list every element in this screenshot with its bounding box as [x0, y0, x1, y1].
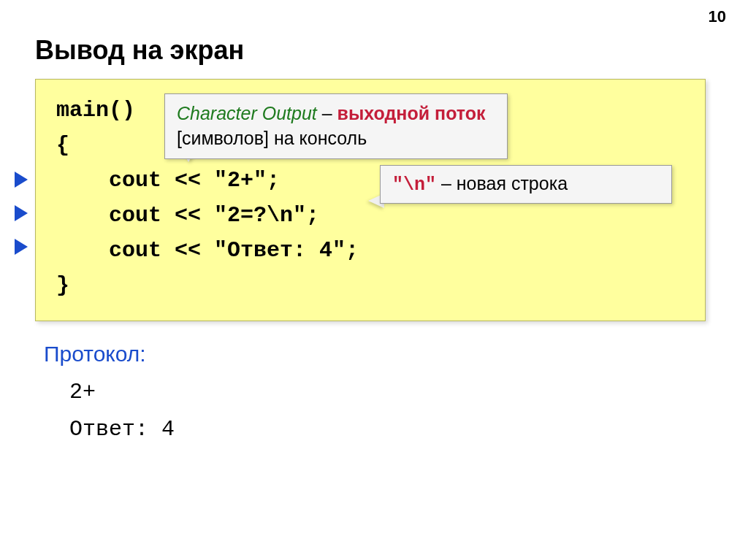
callout1-rest: [символов] на консоль	[177, 128, 367, 148]
code-line-5: cout << "Ответ: 4";	[56, 233, 684, 268]
triangle-right-icon	[15, 172, 28, 188]
callout2-rest: – новая строка	[436, 173, 568, 193]
output-line-2: Ответ: 4	[69, 411, 175, 448]
output-block: 2+ Ответ: 4	[69, 374, 175, 448]
callout-newline: "\n" – новая строка	[380, 165, 672, 204]
callout1-bold: выходной поток	[337, 103, 486, 123]
triangle-right-icon	[15, 205, 28, 221]
page-number: 10	[709, 7, 726, 26]
slide-title: Вывод на экран	[35, 35, 244, 66]
callout1-italic: Character Output	[177, 103, 317, 123]
protocol-label: Протокол:	[44, 342, 146, 367]
output-line-1: 2+	[69, 374, 175, 411]
callout1-dash: –	[317, 103, 337, 123]
arrow-markers	[15, 172, 28, 259]
code-line-6: }	[56, 268, 684, 303]
callout2-mono: "\n"	[392, 174, 436, 196]
callout-character-output: Character Output – выходной поток [симво…	[164, 93, 508, 159]
triangle-right-icon	[15, 239, 28, 255]
